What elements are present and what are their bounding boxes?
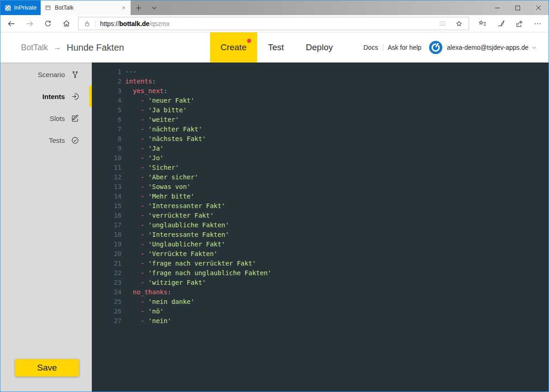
line-number: 19 bbox=[92, 240, 125, 249]
code-line[interactable]: 23 - 'witziger Fakt' bbox=[92, 278, 549, 287]
code-line[interactable]: 27 - 'nein' bbox=[92, 316, 549, 326]
sidebar-item-intents[interactable]: Intents bbox=[0, 85, 92, 107]
code-line[interactable]: 5 - 'Ja bitte' bbox=[92, 105, 549, 115]
code-line[interactable]: 11 - 'Sicher' bbox=[92, 163, 549, 172]
code-text: - 'Sicher' bbox=[125, 163, 179, 172]
code-token: 'witziger Fakt' bbox=[148, 279, 206, 286]
account-menu[interactable]: alexa-demo@tsjdev-apps.de bbox=[447, 44, 537, 51]
browser-toolbar: https://bottalk.de/qszmx bbox=[0, 15, 549, 32]
code-line[interactable]: 15 - 'Interessanter Fakt' bbox=[92, 201, 549, 211]
code-line[interactable]: 24 no_thanks: bbox=[92, 287, 549, 297]
code-line[interactable]: 9 - 'Ja' bbox=[92, 144, 549, 153]
code-line[interactable]: 10 - 'Jo' bbox=[92, 153, 549, 163]
tab-title: BotTalk bbox=[55, 5, 117, 11]
url-text[interactable]: https://bottalk.de/qszmx bbox=[95, 20, 170, 27]
brand-link[interactable]: BotTalk bbox=[21, 43, 48, 52]
code-token: 'frage nach verrückter Fakt' bbox=[148, 260, 256, 267]
code-text: - 'Unglaublicher Fakt' bbox=[125, 240, 225, 249]
code-line[interactable]: 13 - 'Sowas von' bbox=[92, 182, 549, 192]
nav-tab-create[interactable]: Create bbox=[210, 32, 257, 63]
avatar[interactable] bbox=[429, 41, 443, 54]
code-text: - 'frage nach verrückter Fakt' bbox=[125, 259, 256, 268]
code-token bbox=[125, 202, 141, 209]
code-line[interactable]: 21 - 'frage nach verrückter Fakt' bbox=[92, 259, 549, 268]
code-line[interactable]: 4 - 'neuer Fakt' bbox=[92, 96, 549, 105]
back-icon[interactable] bbox=[2, 15, 21, 32]
code-line[interactable]: 17 - 'unglaubliche Fakten' bbox=[92, 220, 549, 230]
line-number: 13 bbox=[92, 182, 125, 192]
tab-close-icon[interactable] bbox=[121, 5, 127, 10]
home-icon[interactable] bbox=[57, 15, 75, 32]
code-token: 'Sowas von' bbox=[148, 183, 191, 190]
code-token: - bbox=[141, 240, 148, 248]
code-line[interactable]: 3 yes_next: bbox=[92, 86, 549, 96]
line-number: 16 bbox=[92, 211, 125, 220]
code-token bbox=[125, 212, 141, 219]
web-note-pen-icon[interactable] bbox=[492, 19, 510, 28]
refresh-icon[interactable] bbox=[39, 15, 57, 32]
code-token bbox=[125, 116, 141, 123]
maximize-button[interactable] bbox=[507, 0, 528, 15]
inprivate-label: InPrivate bbox=[14, 5, 37, 11]
share-icon[interactable] bbox=[510, 19, 528, 28]
address-bar[interactable]: https://bottalk.de/qszmx bbox=[78, 17, 469, 30]
code-text: - 'nein danke' bbox=[125, 297, 195, 307]
notification-dot bbox=[247, 39, 251, 43]
ask-for-help-link[interactable]: Ask for help bbox=[388, 44, 422, 51]
sidebar: ScenarioIntentsSlotsTests Save bbox=[0, 63, 92, 392]
code-line[interactable]: 19 - 'Unglaublicher Fakt' bbox=[92, 240, 549, 249]
sidebar-item-label: Tests bbox=[49, 136, 65, 144]
docs-link[interactable]: Docs bbox=[364, 44, 378, 51]
code-line[interactable]: 2intents: bbox=[92, 77, 549, 86]
code-text: - 'neuer Fakt' bbox=[125, 96, 195, 105]
code-line[interactable]: 25 - 'nein danke' bbox=[92, 297, 549, 307]
code-token bbox=[125, 269, 141, 277]
line-number: 12 bbox=[92, 172, 125, 182]
code-line[interactable]: 8 - 'nächstes Fakt' bbox=[92, 134, 549, 144]
code-line[interactable]: 6 - 'weiter' bbox=[92, 115, 549, 125]
add-favorite-star-icon[interactable] bbox=[455, 20, 463, 28]
code-token: - bbox=[141, 212, 148, 219]
more-options-icon[interactable] bbox=[528, 20, 547, 28]
new-tab-button[interactable] bbox=[131, 0, 146, 15]
code-text: no_thanks: bbox=[125, 287, 171, 297]
code-token: - bbox=[141, 269, 148, 277]
line-number: 6 bbox=[92, 115, 125, 125]
forward-icon[interactable] bbox=[21, 15, 39, 32]
inprivate-badge: InPrivate bbox=[0, 0, 41, 15]
line-number: 4 bbox=[92, 96, 125, 105]
close-window-button[interactable] bbox=[528, 0, 549, 15]
favorites-hub-icon[interactable] bbox=[474, 19, 492, 28]
code-token: - bbox=[141, 164, 148, 171]
reading-view-icon[interactable] bbox=[438, 20, 447, 28]
code-line[interactable]: 1--- bbox=[92, 67, 549, 77]
code-token bbox=[125, 87, 133, 94]
code-line[interactable]: 12 - 'Aber sicher' bbox=[92, 172, 549, 182]
nav-tab-test[interactable]: Test bbox=[257, 32, 295, 63]
minimize-button[interactable] bbox=[487, 0, 507, 15]
code-line[interactable]: 16 - 'verrückter Fakt' bbox=[92, 211, 549, 220]
sidebar-item-slots[interactable]: Slots bbox=[0, 107, 92, 129]
line-number: 9 bbox=[92, 144, 125, 153]
nav-tab-deploy[interactable]: Deploy bbox=[295, 32, 344, 63]
inprivate-icon bbox=[5, 5, 11, 11]
code-line[interactable]: 26 - 'nö' bbox=[92, 307, 549, 316]
code-line[interactable]: 14 - 'Mehr bitte' bbox=[92, 192, 549, 201]
code-token bbox=[125, 145, 141, 152]
tab-preview-chevron-icon[interactable] bbox=[146, 0, 162, 15]
header-divider bbox=[383, 44, 383, 51]
sidebar-item-tests[interactable]: Tests bbox=[0, 129, 92, 151]
browser-tab[interactable]: BotTalk bbox=[41, 0, 131, 15]
code-token bbox=[125, 125, 141, 133]
code-line[interactable]: 22 - 'frage nach unglaubliche Fakten' bbox=[92, 268, 549, 278]
code-token: no_thanks bbox=[133, 288, 168, 296]
code-line[interactable]: 7 - 'nächter Fakt' bbox=[92, 125, 549, 134]
sidebar-item-scenario[interactable]: Scenario bbox=[0, 63, 92, 85]
line-number: 21 bbox=[92, 259, 125, 268]
code-line[interactable]: 20 - 'Verrückte Fakten' bbox=[92, 249, 549, 259]
save-button[interactable]: Save bbox=[15, 359, 79, 376]
code-line[interactable]: 18 - 'Interessante Fakten' bbox=[92, 230, 549, 240]
code-editor[interactable]: 1---2intents:3 yes_next:4 - 'neuer Fakt'… bbox=[92, 63, 549, 392]
code-text: - 'Aber sicher' bbox=[125, 172, 198, 182]
code-text: - 'frage nach unglaubliche Fakten' bbox=[125, 268, 271, 278]
